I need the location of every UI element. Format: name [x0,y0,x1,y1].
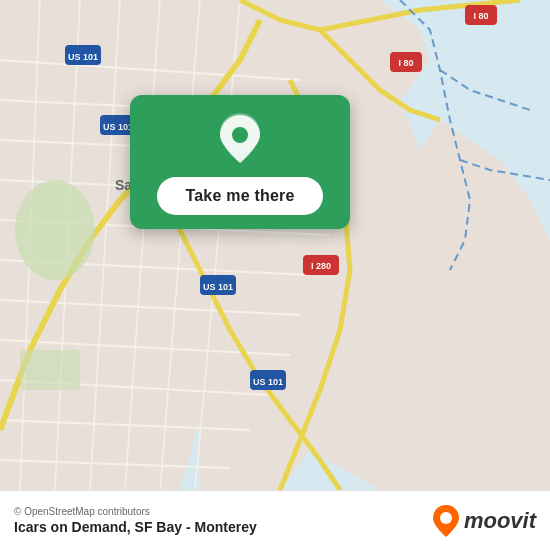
svg-text:I 80: I 80 [398,58,413,68]
svg-text:US 101: US 101 [103,122,133,132]
svg-point-39 [232,127,248,143]
location-pin-icon [218,113,262,165]
svg-text:US 101: US 101 [68,52,98,62]
moovit-logo: moovit [432,504,536,538]
take-me-there-button[interactable]: Take me there [157,177,322,215]
svg-rect-36 [20,350,80,390]
app-title: Icars on Demand, SF Bay - Monterey [14,519,257,535]
moovit-pin-icon [432,504,460,538]
map-background: US 101 US 101 US 101 US 101 I 80 I 80 I … [0,0,550,490]
moovit-brand-text: moovit [464,508,536,534]
svg-point-35 [15,180,95,280]
svg-point-40 [440,512,452,524]
svg-text:I 80: I 80 [473,11,488,21]
osm-attribution: © OpenStreetMap contributors [14,506,257,517]
svg-text:US 101: US 101 [203,282,233,292]
footer-left: © OpenStreetMap contributors Icars on De… [14,506,257,535]
footer-bar: © OpenStreetMap contributors Icars on De… [0,490,550,550]
svg-text:US 101: US 101 [253,377,283,387]
map-view[interactable]: US 101 US 101 US 101 US 101 I 80 I 80 I … [0,0,550,490]
svg-text:I 280: I 280 [311,261,331,271]
location-popup: Take me there [130,95,350,229]
